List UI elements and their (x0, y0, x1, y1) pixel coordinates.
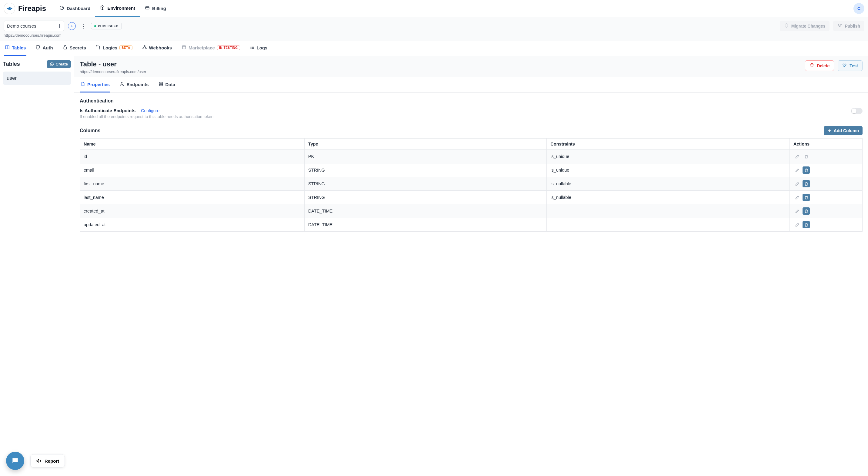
tab-marketplace[interactable]: Marketplace IN-TESTING (181, 41, 240, 56)
delete-column-button[interactable] (803, 207, 810, 215)
svg-point-3 (841, 24, 842, 25)
trash-icon (804, 209, 809, 213)
table-content: Table - user https://democourses.fireapi… (74, 56, 868, 463)
store-icon (182, 45, 186, 51)
delete-column-button[interactable] (803, 167, 810, 174)
delete-column-button[interactable] (803, 194, 810, 201)
svg-point-7 (96, 46, 97, 47)
cell-constraints: is_unique (547, 163, 790, 177)
add-project-button[interactable]: + (68, 22, 76, 30)
avatar-initial: C (858, 6, 861, 11)
beta-badge: BETA (119, 46, 132, 50)
edit-column-button[interactable] (794, 194, 801, 201)
tab-label: Properties (87, 82, 110, 87)
wand-icon (842, 63, 847, 68)
nav-label: Environment (107, 5, 135, 10)
table-row: last_nameSTRINGis_nullable (80, 191, 863, 204)
content-header: Table - user https://democourses.fireapi… (74, 56, 868, 77)
base-url[interactable]: https://democourses.fireapis.com (0, 33, 868, 41)
nav-dashboard[interactable]: Dashboard (55, 0, 95, 17)
testing-badge: IN-TESTING (217, 46, 240, 50)
create-table-button[interactable]: Create (47, 60, 71, 68)
project-select[interactable]: Demo courses ▲▼ (4, 21, 64, 31)
tab-label: Logics (103, 45, 117, 50)
avatar[interactable]: C (854, 3, 864, 14)
edit-column-button[interactable] (794, 167, 801, 174)
svg-point-15 (123, 85, 124, 86)
configure-link[interactable]: Configure (141, 108, 159, 113)
nav-environment[interactable]: Environment (95, 0, 140, 17)
chat-fab[interactable] (6, 452, 24, 463)
document-icon (80, 82, 85, 87)
project-toolbar: Demo courses ▲▼ + ⋮ PUBLISHED Migrate Ch… (0, 17, 868, 33)
publish-button[interactable]: Publish (833, 21, 864, 31)
sub-tab-data[interactable]: Data (158, 77, 176, 92)
auth-description: If enabled all the endpoints request to … (80, 114, 213, 119)
button-label: Create (56, 62, 68, 66)
svg-point-9 (143, 48, 144, 49)
lock-icon (63, 45, 68, 51)
flow-icon (96, 45, 101, 51)
svg-point-8 (99, 48, 100, 49)
button-label: Publish (845, 24, 860, 29)
tab-tables[interactable]: Tables (4, 41, 26, 56)
cell-name: last_name (80, 191, 305, 204)
tab-logics[interactable]: Logics BETA (95, 41, 133, 56)
delete-table-button[interactable]: Delete (805, 60, 834, 71)
project-selected-label: Demo courses (7, 23, 36, 29)
pencil-icon (795, 168, 800, 173)
pencil-icon (795, 209, 800, 213)
table-url[interactable]: https://democourses.fireapis.com/user (80, 69, 146, 74)
sub-tab-endpoints[interactable]: Endpoints (119, 77, 149, 92)
test-table-button[interactable]: Test (838, 60, 863, 71)
tab-label: Tables (12, 45, 26, 50)
tab-logs[interactable]: Logs (249, 41, 268, 56)
logo-icon: •⊕• (4, 3, 15, 14)
sidebar-item-table[interactable]: user (3, 71, 71, 85)
trash-icon (804, 154, 809, 159)
edit-column-button[interactable] (794, 153, 801, 160)
button-label: Test (849, 63, 858, 68)
delete-column-button[interactable] (803, 180, 810, 187)
tab-label: Marketplace (188, 45, 215, 50)
table-row: updated_atDATE_TIME (80, 218, 863, 232)
cell-actions (790, 218, 863, 232)
card-icon (145, 5, 150, 11)
cell-name: id (80, 150, 305, 163)
nav-billing[interactable]: Billing (140, 0, 171, 17)
delete-column-button[interactable] (803, 221, 810, 228)
svg-point-2 (838, 24, 839, 25)
project-menu-button[interactable]: ⋮ (80, 23, 87, 29)
tab-label: Endpoints (126, 82, 149, 87)
sync-icon (784, 23, 789, 29)
edit-column-button[interactable] (794, 180, 801, 187)
button-label: Delete (817, 63, 830, 68)
status-dot-icon (94, 25, 96, 27)
button-label: Add Column (834, 128, 859, 133)
pencil-icon (795, 222, 800, 227)
cell-constraints (547, 218, 790, 232)
col-header-type: Type (304, 139, 547, 150)
brand-name: Fireapis (18, 4, 46, 13)
tab-auth[interactable]: Auth (35, 41, 53, 56)
tab-label: Data (165, 82, 176, 87)
table-icon (5, 45, 10, 51)
migrate-changes-button[interactable]: Migrate Changes (780, 21, 830, 31)
list-icon (250, 45, 255, 51)
cell-name: created_at (80, 204, 305, 218)
add-column-button[interactable]: Add Column (824, 126, 863, 135)
report-button[interactable]: Report (30, 454, 65, 463)
cell-type: STRING (304, 191, 547, 204)
auth-toggle[interactable] (851, 108, 863, 114)
select-chevrons-icon: ▲▼ (58, 24, 61, 28)
tab-webhooks[interactable]: Webhooks (142, 41, 173, 56)
edit-column-button[interactable] (794, 221, 801, 228)
cell-type: DATE_TIME (304, 204, 547, 218)
plus-icon (827, 128, 832, 133)
table-row: emailSTRINGis_unique (80, 163, 863, 177)
logo-block[interactable]: •⊕• Fireapis (4, 3, 46, 14)
edit-column-button[interactable] (794, 207, 801, 215)
tab-secrets[interactable]: Secrets (62, 41, 87, 56)
sub-tab-properties[interactable]: Properties (80, 77, 110, 92)
cell-actions (790, 163, 863, 177)
